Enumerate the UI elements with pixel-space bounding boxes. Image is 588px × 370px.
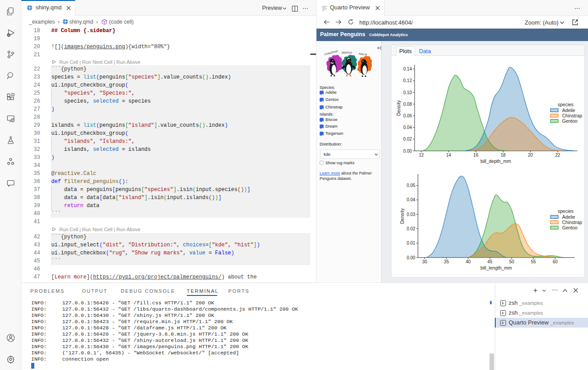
- svg-text:species: species: [558, 102, 574, 107]
- svg-text:Gentoo: Gentoo: [562, 118, 578, 124]
- svg-text:0.04: 0.04: [403, 125, 412, 130]
- svg-text:bill_depth_mm: bill_depth_mm: [481, 158, 511, 164]
- svg-text:0.00: 0.00: [407, 255, 415, 260]
- svg-text:14: 14: [446, 153, 452, 158]
- svg-text:45: 45: [487, 259, 493, 264]
- svg-text:Density: Density: [396, 100, 401, 116]
- svg-text:30: 30: [422, 259, 428, 264]
- svg-text:22: 22: [555, 153, 560, 158]
- svg-text:0.10: 0.10: [403, 90, 412, 95]
- svg-text:Chinstrap: Chinstrap: [562, 220, 582, 225]
- svg-text:0.12: 0.12: [403, 78, 412, 83]
- svg-text:Adelie: Adelie: [562, 214, 575, 220]
- svg-text:40: 40: [466, 259, 471, 264]
- svg-text:12: 12: [419, 153, 424, 158]
- svg-text:0.00: 0.00: [403, 149, 412, 154]
- svg-text:0.06: 0.06: [403, 113, 412, 118]
- svg-text:0.02: 0.02: [403, 137, 412, 141]
- svg-text:species: species: [558, 208, 574, 214]
- svg-text:16: 16: [473, 153, 479, 158]
- svg-text:Adelie: Adelie: [562, 108, 575, 113]
- svg-text:60: 60: [553, 259, 558, 264]
- svg-text:0.08: 0.08: [403, 102, 412, 107]
- svg-text:0.02: 0.02: [407, 226, 415, 231]
- svg-text:bill_length_mm: bill_length_mm: [481, 265, 512, 270]
- svg-text:0.01: 0.01: [407, 241, 415, 245]
- svg-text:20: 20: [528, 153, 533, 158]
- svg-text:Density: Density: [399, 208, 405, 224]
- svg-text:0.14: 0.14: [403, 67, 412, 71]
- svg-text:18: 18: [501, 153, 506, 158]
- svg-text:0.05: 0.05: [407, 183, 415, 188]
- svg-text:0.03: 0.03: [407, 212, 415, 217]
- svg-text:0.04: 0.04: [407, 197, 415, 202]
- svg-text:Chinstrap: Chinstrap: [562, 113, 582, 118]
- svg-text:Gentoo: Gentoo: [562, 225, 578, 230]
- svg-text:55: 55: [531, 259, 536, 264]
- svg-text:50: 50: [509, 259, 514, 264]
- svg-text:35: 35: [444, 259, 449, 264]
